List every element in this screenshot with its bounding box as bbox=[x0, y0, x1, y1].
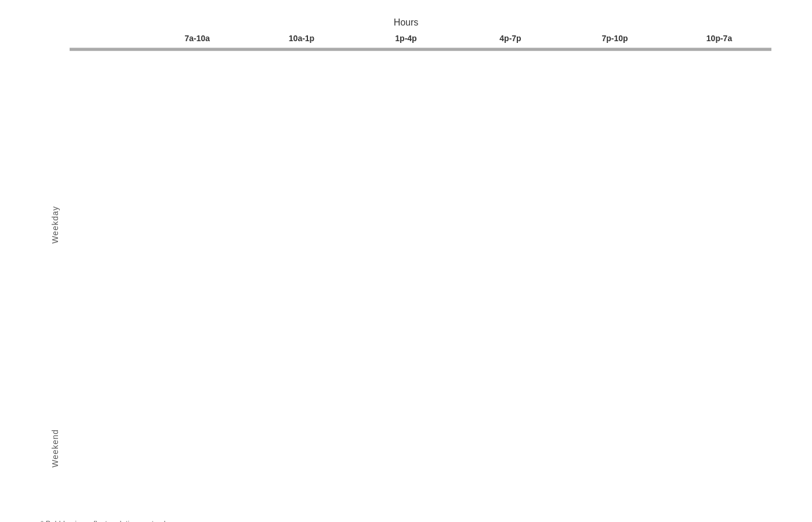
weekend-group-label: Weekend bbox=[41, 385, 70, 512]
column-headers: 7a-10a10a-1p1p-4p4p-7p7p-10p10p-7a bbox=[70, 34, 771, 48]
weekday-label: Weekday bbox=[50, 206, 60, 244]
col-header-7p-10p: 7p-10p bbox=[563, 34, 667, 43]
corner-cell bbox=[70, 34, 145, 43]
grid-wrapper: Weekday Weekend 7a-10a10a-1p1p-4p4p-7p7p… bbox=[41, 34, 771, 512]
col-header-7a-10a: 7a-10a bbox=[145, 34, 249, 43]
col-header-4p-7p: 4p-7p bbox=[458, 34, 563, 43]
col-header-10a-1p: 10a-1p bbox=[249, 34, 354, 43]
weekday-group-label: Weekday bbox=[41, 66, 70, 385]
chart-title: Hours bbox=[41, 17, 771, 28]
footnote: * Bubble size reflects relative post vol… bbox=[41, 519, 771, 522]
col-header-1p-4p: 1p-4p bbox=[354, 34, 458, 43]
chart-container: Hours Weekday Weekend 7a-10a10a-1p1p-4p4… bbox=[17, 0, 795, 522]
col-header-10p-7a: 10p-7a bbox=[667, 34, 771, 43]
weekend-label: Weekend bbox=[50, 429, 60, 467]
weekend-section bbox=[70, 49, 771, 51]
y-axis: Weekday Weekend bbox=[41, 66, 70, 512]
main-table: 7a-10a10a-1p1p-4p4p-7p7p-10p10p-7a bbox=[70, 34, 771, 512]
